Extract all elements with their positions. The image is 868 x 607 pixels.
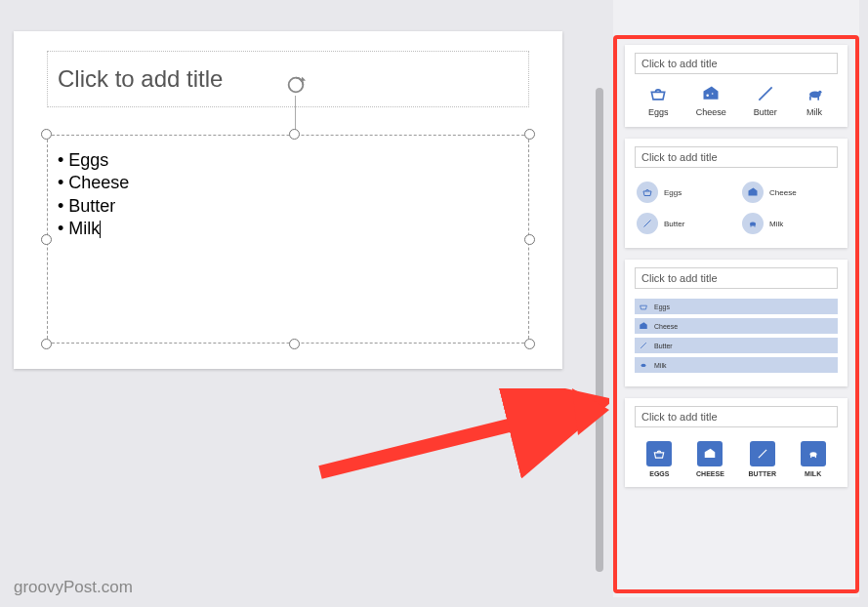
- svg-rect-11: [751, 225, 752, 227]
- svg-line-15: [759, 450, 766, 458]
- resize-handle-w[interactable]: [41, 234, 52, 245]
- rotate-handle-icon[interactable]: [285, 74, 307, 96]
- annotation-arrow-icon: [310, 388, 609, 482]
- svg-line-20: [320, 406, 588, 472]
- scrollbar-thumb[interactable]: [596, 88, 603, 572]
- knife-icon: [641, 218, 653, 229]
- idea-item: Cheese: [742, 182, 836, 203]
- design-idea-card-1[interactable]: Click to add title Eggs Cheese Butter Mi…: [625, 45, 847, 127]
- resize-handle-s[interactable]: [289, 339, 300, 349]
- cheese-icon: [701, 84, 721, 103]
- resize-handle-se[interactable]: [524, 339, 535, 349]
- idea-item: Eggs: [637, 182, 730, 203]
- svg-rect-12: [755, 225, 756, 227]
- idea-item: Cheese: [696, 84, 726, 117]
- idea-item: Milk: [742, 213, 836, 234]
- content-placeholder[interactable]: • Eggs • Cheese • Butter • Milk: [47, 135, 529, 344]
- resize-handle-e[interactable]: [524, 234, 535, 245]
- knife-icon: [639, 341, 648, 350]
- svg-point-8: [818, 91, 821, 94]
- idea-item: Cheese: [635, 318, 838, 334]
- svg-rect-6: [809, 97, 811, 101]
- watermark-text: groovyPost.com: [14, 578, 133, 597]
- cheese-icon: [639, 321, 648, 331]
- idea-item: Butter: [635, 338, 838, 353]
- title-placeholder-text: Click to add title: [58, 65, 223, 93]
- knife-icon: [756, 84, 775, 103]
- basket-icon: [641, 186, 653, 198]
- basket-icon: [639, 302, 648, 311]
- idea-item: Milk: [805, 84, 824, 117]
- design-idea-card-3[interactable]: Click to add title Eggs Cheese Butter Mi…: [625, 260, 847, 386]
- basket-icon: [648, 84, 668, 103]
- idea-item: Eggs: [648, 84, 669, 117]
- cow-icon: [639, 360, 648, 370]
- svg-rect-7: [817, 97, 819, 101]
- cheese-icon: [703, 447, 717, 461]
- idea-title-placeholder: Click to add title: [635, 406, 838, 427]
- scrollbar-track[interactable]: [596, 35, 603, 586]
- resize-handle-n[interactable]: [289, 129, 300, 140]
- idea-title-placeholder: Click to add title: [635, 53, 838, 74]
- cow-icon: [747, 218, 759, 229]
- idea-title-placeholder: Click to add title: [635, 267, 838, 289]
- idea-item: Butter: [637, 213, 730, 234]
- bullet-item: • Cheese: [58, 172, 518, 194]
- design-ideas-panel: Click to add title Eggs Cheese Butter Mi…: [613, 0, 859, 597]
- cow-icon: [805, 84, 824, 103]
- resize-handle-nw[interactable]: [41, 129, 52, 140]
- idea-item: BUTTER: [749, 441, 776, 477]
- svg-point-14: [641, 364, 646, 367]
- bullet-item: • Milk: [58, 218, 518, 240]
- bullet-item: • Butter: [58, 195, 518, 218]
- idea-item: Butter: [754, 84, 777, 117]
- svg-marker-21: [572, 388, 609, 435]
- slide-canvas[interactable]: Click to add title • Eggs • Cheese • But…: [14, 31, 562, 369]
- text-cursor: [100, 221, 101, 238]
- basket-icon: [652, 447, 666, 461]
- rotate-stem: [295, 96, 296, 133]
- svg-point-2: [707, 94, 710, 97]
- design-idea-card-4[interactable]: Click to add title EGGS CHEESE BUTTER MI…: [625, 398, 847, 487]
- resize-handle-ne[interactable]: [524, 129, 535, 140]
- svg-line-4: [759, 87, 771, 100]
- idea-item: Eggs: [635, 299, 838, 314]
- svg-point-3: [712, 93, 714, 95]
- resize-handle-sw[interactable]: [41, 339, 52, 349]
- idea-item: CHEESE: [696, 441, 724, 477]
- idea-item: MILK: [801, 441, 826, 477]
- idea-item: EGGS: [646, 441, 672, 477]
- svg-rect-18: [814, 456, 815, 458]
- svg-rect-17: [810, 456, 811, 458]
- svg-line-13: [641, 343, 646, 348]
- cheese-icon: [747, 186, 759, 198]
- design-idea-card-2[interactable]: Click to add title Eggs Cheese Butter Mi…: [625, 139, 847, 248]
- svg-line-9: [644, 221, 651, 227]
- bullet-item: • Eggs: [58, 149, 518, 172]
- knife-icon: [756, 447, 769, 461]
- idea-title-placeholder: Click to add title: [635, 146, 838, 168]
- cow-icon: [806, 447, 820, 461]
- idea-item: Milk: [635, 357, 838, 373]
